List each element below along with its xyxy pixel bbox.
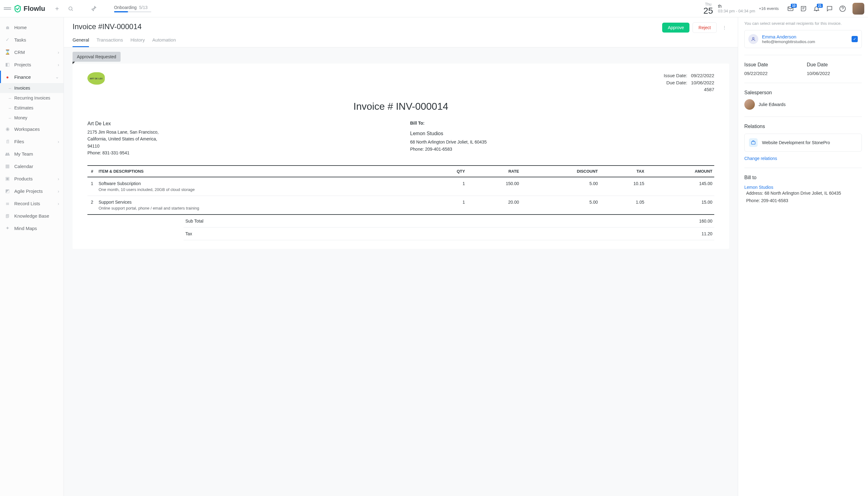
subtotal-label: Sub Total [185, 219, 203, 223]
approve-button[interactable]: Approve [662, 22, 689, 33]
sidebar-label: Products [14, 176, 33, 181]
billto-company-link[interactable]: Lemon Studios [744, 185, 773, 190]
onboarding-bar [114, 11, 151, 12]
sidebar-sub-recurring[interactable]: Recurring Invoices [0, 93, 64, 103]
change-relations-link[interactable]: Change relations [744, 156, 777, 161]
inbox-icon[interactable]: 10 [785, 3, 796, 14]
col-rate: RATE [467, 166, 521, 177]
salesperson-label: Salesperson [744, 90, 862, 95]
sidebar-item-files[interactable]: 📄︎Files› [0, 135, 64, 148]
sidebar-label: Agile Projects [14, 188, 43, 194]
svg-point-0 [69, 7, 72, 10]
header-daynum: 25 [703, 6, 713, 15]
item-name: Support Services [98, 200, 427, 205]
sidebar: 🏠︎Home ✓Tasks ⌛CRM› ◧Projects› ●Finance⌄… [0, 17, 64, 496]
projects-icon: ◧ [4, 61, 11, 67]
billto-address: Address: 68 North Arlington Drive Joliet… [744, 190, 862, 197]
due-date-label: Due Date: [666, 79, 687, 87]
page-title: Invoice #INV-000014 [73, 22, 142, 31]
flowlu-logo-icon [14, 5, 22, 13]
notes-icon[interactable] [798, 3, 809, 14]
sidebar-sub-invoices[interactable]: Invoices [0, 83, 64, 93]
sidebar-item-crm[interactable]: ⌛CRM› [0, 46, 64, 58]
sidebar-label: Tasks [14, 37, 26, 43]
from-zip: 94110 [88, 143, 391, 150]
sidebar-item-products[interactable]: ▣Products› [0, 172, 64, 185]
salesperson[interactable]: Julie Edwards [744, 99, 862, 110]
tax-label: Tax [185, 231, 192, 236]
onboarding-label: Onboarding [114, 5, 137, 10]
search-icon[interactable] [65, 3, 76, 14]
sidebar-label: Workspaces [14, 126, 40, 132]
rp-due-label: Due Date [807, 62, 862, 67]
sidebar-item-kb[interactable]: 📘︎Knowledge Base [0, 210, 64, 222]
menu-toggle[interactable] [4, 5, 11, 12]
bill-to-label: Bill To: [410, 120, 714, 126]
table-row: 1 Software SubscriptionOne month, 10 use… [88, 177, 714, 196]
home-icon: 🏠︎ [4, 24, 11, 30]
item-name: Software Subscription [98, 181, 427, 186]
sidebar-item-mindmaps[interactable]: ✦Mind Maps [0, 222, 64, 234]
header-event[interactable]: th 03:34 pm - 04:34 pm [718, 4, 755, 13]
chevron-right-icon: › [58, 139, 59, 144]
chat-icon[interactable] [824, 3, 835, 14]
col-discount: DISCOUNT [521, 166, 600, 177]
col-num: # [88, 166, 97, 177]
sidebar-item-calendar[interactable]: ▦Calendar [0, 160, 64, 172]
sidebar-item-projects[interactable]: ◧Projects› [0, 58, 64, 71]
tasks-icon: ✓ [4, 36, 11, 43]
chevron-right-icon: › [58, 176, 59, 181]
col-qty: QTY [429, 166, 467, 177]
issue-date-label: Issue Date: [664, 72, 687, 79]
from-addr1: 2175 Jim Rosa Lane, San Francisco, [88, 129, 391, 136]
logo[interactable]: Flowlu [14, 5, 45, 13]
help-icon[interactable] [837, 3, 848, 14]
sidebar-item-team[interactable]: 👥︎My Team [0, 148, 64, 160]
sidebar-label: Home [14, 25, 27, 30]
reject-button[interactable]: Reject [693, 22, 717, 33]
sidebar-sub-money[interactable]: Money [0, 113, 64, 123]
products-icon: ▣ [4, 175, 11, 182]
recipient-hint: You can select several email recipients … [744, 21, 862, 26]
sidebar-label: Projects [14, 62, 31, 67]
tab-automation[interactable]: Automation [152, 37, 176, 47]
sidebar-label: CRM [14, 50, 25, 55]
to-name: Lemon Studios [410, 129, 714, 138]
item-desc: One month, 10 users included, 20GB of cl… [98, 187, 427, 192]
sidebar-sub-estimates[interactable]: Estimates [0, 103, 64, 113]
tab-general[interactable]: General [73, 37, 89, 47]
tab-transactions[interactable]: Transactions [96, 37, 123, 47]
header-date[interactable]: Thu 25 [703, 2, 713, 15]
sidebar-item-tasks[interactable]: ✓Tasks [0, 33, 64, 46]
sidebar-item-agile[interactable]: ◩Agile Projects› [0, 185, 64, 197]
chevron-right-icon: › [58, 50, 59, 55]
sidebar-item-finance[interactable]: ●Finance⌄ [0, 71, 64, 83]
issue-date-value: 09/22/2022 [691, 72, 714, 79]
more-actions-icon[interactable]: ⋮ [720, 22, 729, 33]
from-addr2: California, United States of America, [88, 136, 391, 142]
files-icon: 📄︎ [4, 138, 11, 144]
chevron-down-icon: ⌄ [55, 74, 59, 80]
agile-icon: ◩ [4, 188, 11, 194]
chevron-right-icon: › [58, 188, 59, 194]
sidebar-item-workspaces[interactable]: ◉Workspaces [0, 123, 64, 135]
relation-card[interactable]: Website Development for StonePro [744, 134, 862, 152]
chevron-right-icon: › [58, 201, 59, 206]
team-icon: 👥︎ [4, 151, 11, 157]
user-avatar[interactable] [852, 3, 864, 15]
recipient-checkbox[interactable]: ✓ [852, 36, 858, 42]
col-amount: AMOUNT [646, 166, 714, 177]
tab-history[interactable]: History [130, 37, 145, 47]
chevron-right-icon: › [58, 62, 59, 67]
finance-icon: ● [4, 74, 11, 80]
more-events[interactable]: +16 events [759, 6, 779, 11]
onboarding-progress[interactable]: Onboarding 5/13 [114, 5, 151, 12]
sidebar-item-records[interactable]: ≣Record Lists› [0, 197, 64, 210]
bell-icon[interactable]: 21 [811, 3, 822, 14]
sidebar-item-home[interactable]: 🏠︎Home [0, 21, 64, 33]
pin-icon[interactable] [88, 3, 99, 14]
sidebar-label: Knowledge Base [14, 213, 49, 219]
sidebar-label: Finance [14, 74, 31, 80]
recipient-card[interactable]: Emma Anderson hello@lemongbttrstudios.co… [744, 30, 862, 48]
add-icon[interactable] [51, 3, 63, 14]
